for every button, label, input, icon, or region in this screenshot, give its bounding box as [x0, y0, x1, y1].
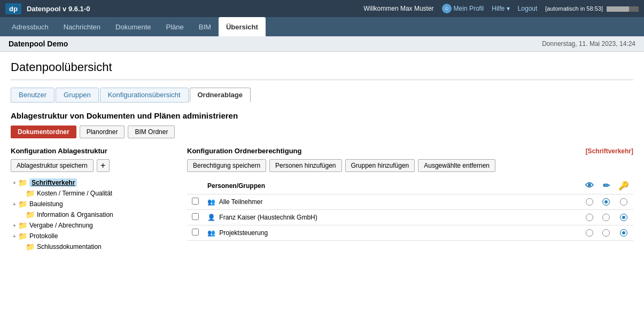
project-name: Datenpool Demo [9, 40, 68, 48]
row-view-alle[interactable] [581, 194, 598, 210]
eye-header-icon: 👁 [585, 181, 594, 190]
top-bar: dp Datenpool v 9.6.1-0 Willkommen Max Mu… [0, 0, 644, 17]
checkbox-franz[interactable] [192, 213, 199, 220]
tree-label-information[interactable]: Information & Organisation [37, 211, 113, 218]
expand-icon-protokolle[interactable]: + [11, 233, 18, 239]
folder-icon-bauleistung: 📁 [18, 200, 27, 208]
radio-key-franz[interactable] [620, 214, 627, 221]
two-col-layout: Konfiguration Ablagestruktur Ablagestruk… [11, 147, 633, 252]
radio-edit-projekt[interactable] [602, 229, 610, 237]
expand-icon-vergabe[interactable]: + [11, 223, 18, 229]
folder-icon-vergabe: 📁 [18, 221, 27, 230]
row-check-projekt [187, 225, 203, 241]
row-edit-franz[interactable] [598, 210, 614, 225]
pencil-header-icon: ✏ [603, 181, 610, 190]
row-view-franz[interactable] [581, 210, 598, 225]
right-column: Konfiguration Ordnerberechtigung [Schrif… [187, 147, 633, 252]
tree-label-schlussdoku[interactable]: Schlussdokumentation [37, 243, 102, 250]
th-view: 👁 [581, 177, 598, 194]
nav-uebersicht[interactable]: Übersicht [219, 17, 266, 36]
tree-label-vergabe[interactable]: Vergabe / Abrechnung [29, 222, 93, 229]
tree-label-bauleistung[interactable]: Bauleistung [29, 200, 63, 208]
tree-item-schlussdoku[interactable]: 📁 Schlussdokumentation [18, 241, 176, 252]
checkbox-projekt[interactable] [192, 229, 199, 236]
remove-selected-button[interactable]: Ausgewählte entfernen [418, 159, 495, 172]
table-row: 👥 Alle Teilnehmer [187, 194, 633, 210]
tree-item-schriftverkehr[interactable]: + 📁 Schriftverkehr [11, 177, 176, 188]
save-berechtigung-button[interactable]: Berechtigung speichern [187, 159, 266, 172]
welcome-text: Willkommen Max Muster [363, 5, 433, 12]
row-key-franz[interactable] [614, 210, 633, 225]
th-check [187, 177, 203, 194]
tab-konfiguration[interactable]: Konfigurationsübersicht [100, 88, 189, 103]
row-name-franz: 👤 Franz Kaiser (Haustechnik GmbH) [203, 210, 581, 225]
folder-icon-protokolle: 📁 [18, 232, 27, 240]
tree-item-bauleistung[interactable]: + 📁 Bauleistung [11, 199, 176, 209]
tab-gruppen[interactable]: Gruppen [56, 88, 99, 103]
btn-dokumentordner[interactable]: Dokumentordner [11, 126, 76, 138]
row-name-projekt: 👥 Projektsteuerung [203, 225, 581, 241]
nav-dokumente[interactable]: Dokumente [108, 17, 158, 36]
row-key-projekt[interactable] [614, 225, 633, 241]
project-header: Datenpool Demo Donnerstag, 11. Mai 2023,… [0, 36, 644, 52]
checkbox-alle[interactable] [192, 198, 199, 205]
row-label-alle: Alle Teilnehmer [219, 198, 263, 206]
add-persons-button[interactable]: Personen hinzufügen [269, 159, 342, 172]
project-date: Donnerstag, 11. Mai 2023, 14:24 [542, 40, 635, 48]
right-col-header: Konfiguration Ordnerberechtigung [Schrif… [187, 147, 633, 155]
radio-view-projekt[interactable] [586, 229, 593, 237]
tree-item-information[interactable]: 📁 Information & Organisation [18, 209, 176, 220]
row-check-franz [187, 210, 203, 225]
tree-item-kosten[interactable]: 📁 Kosten / Termine / Qualität [18, 188, 176, 199]
radio-view-franz[interactable] [586, 214, 593, 221]
row-key-alle[interactable] [614, 194, 633, 210]
tab-benutzer[interactable]: Benutzer [11, 88, 55, 103]
radio-edit-alle[interactable] [602, 198, 610, 206]
tree-label-schriftverkehr[interactable]: Schriftverkehr [29, 178, 77, 187]
profile-link[interactable]: Mein Profil [454, 5, 484, 12]
left-col-title: Konfiguration Ablagestruktur [11, 147, 176, 155]
page-title: Datenpoolübersicht [11, 60, 633, 80]
nav-nachrichten[interactable]: Nachrichten [56, 17, 108, 36]
folder-icon-kosten: 📁 [26, 189, 35, 198]
nav-adressbuch[interactable]: Adressbuch [4, 17, 56, 36]
help-link[interactable]: Hilfe ▾ [492, 5, 509, 12]
radio-key-projekt[interactable] [620, 229, 627, 237]
tree-item-protokolle[interactable]: + 📁 Protokolle [11, 231, 176, 241]
row-edit-alle[interactable] [598, 194, 614, 210]
expand-icon-schriftverkehr[interactable]: + [11, 180, 18, 186]
key-header-icon: 🔑 [618, 181, 629, 190]
expand-icon-information [18, 212, 26, 218]
logout-link[interactable]: Logout [518, 5, 538, 12]
row-check-alle [187, 194, 203, 210]
permissions-table: Personen/Gruppen 👁 ✏ 🔑 [187, 177, 633, 241]
expand-icon-bauleistung[interactable]: + [11, 201, 18, 207]
section-title: Ablagestruktur von Dokumenten und Plänen… [11, 111, 633, 120]
expand-icon-kosten [18, 191, 26, 197]
folder-icon-schriftverkehr: 📁 [18, 178, 27, 187]
top-bar-right: Willkommen Max Muster ☺ Mein Profil Hilf… [363, 4, 639, 13]
app-logo: dp [5, 3, 21, 14]
radio-view-alle[interactable] [586, 198, 593, 206]
btn-bim-ordner[interactable]: BIM Ordner [128, 126, 175, 138]
nav-bim[interactable]: BIM [191, 17, 219, 36]
btn-planordner[interactable]: Planordner [80, 126, 125, 138]
row-name-alle: 👥 Alle Teilnehmer [203, 194, 581, 210]
save-ablagestruktur-button[interactable]: Ablagestruktur speichern [11, 159, 94, 172]
row-view-projekt[interactable] [581, 225, 598, 241]
person-icon-franz: 👤 [207, 214, 215, 221]
nav-plaene[interactable]: Pläne [159, 17, 191, 36]
row-label-projekt: Projektsteuerung [219, 229, 268, 237]
radio-key-alle[interactable] [620, 198, 627, 206]
add-groups-button[interactable]: Gruppen hinzufügen [345, 159, 415, 172]
tree-label-protokolle[interactable]: Protokolle [29, 232, 58, 240]
folder-type-bar: Dokumentordner Planordner BIM Ordner [11, 126, 633, 138]
table-row: 👥 Projektsteuerung [187, 225, 633, 241]
tree-label-kosten[interactable]: Kosten / Termine / Qualität [37, 190, 112, 197]
tab-ordnerablage[interactable]: Ordnerablage [190, 88, 251, 103]
add-folder-button[interactable]: + [97, 159, 110, 172]
row-edit-projekt[interactable] [598, 225, 614, 241]
tree-item-vergabe[interactable]: + 📁 Vergabe / Abrechnung [11, 220, 176, 231]
folder-icon-schlussdoku: 📁 [26, 242, 35, 251]
radio-edit-franz[interactable] [602, 214, 610, 221]
